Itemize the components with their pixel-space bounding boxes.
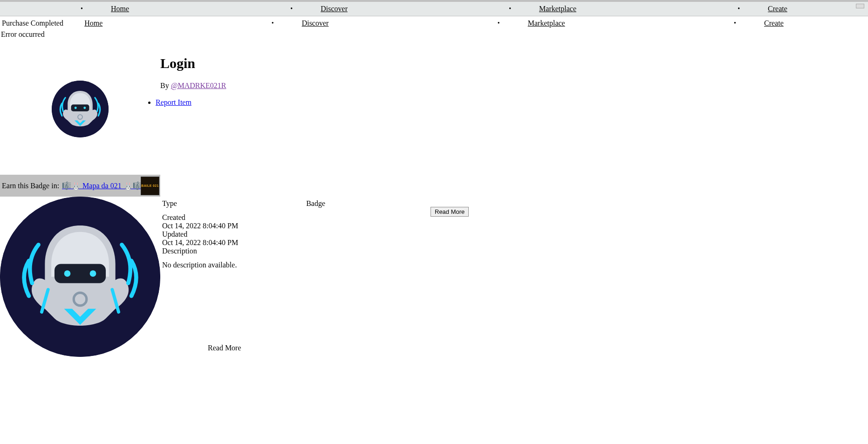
item-thumbnail-small: [52, 81, 109, 137]
secondary-nav-bar: Purchase Completed Home • Discover • Mar…: [0, 16, 868, 30]
meta-description-value: No description available.: [162, 261, 325, 269]
nav-discover[interactable]: Discover: [321, 5, 348, 13]
bullet-icon: •: [509, 5, 511, 13]
earn-prefix: Earn this Badge in:: [2, 182, 59, 190]
meta-description-label: Description: [162, 247, 325, 255]
nav2-marketplace[interactable]: Marketplace: [528, 19, 565, 27]
bullet-icon: •: [498, 20, 500, 27]
bullet-icon: •: [81, 5, 83, 13]
meta-updated-label: Updated: [162, 230, 325, 239]
status-error: Error occurred: [0, 30, 868, 39]
game-thumbnail-icon[interactable]: BAILE 021: [141, 177, 159, 195]
primary-nav-bar: • Home • Discover • Marketplace • Create: [0, 0, 868, 16]
bullet-icon: •: [290, 5, 293, 13]
read-more-button[interactable]: Read More: [431, 207, 469, 217]
item-title: Login: [160, 55, 226, 71]
status-purchase: Purchase Completed: [1, 19, 63, 27]
svg-point-2: [75, 107, 77, 109]
report-item-link[interactable]: Report Item: [156, 98, 191, 106]
window-control-icon[interactable]: [856, 4, 864, 8]
ninja-avatar-icon: [0, 197, 160, 357]
svg-rect-6: [55, 264, 106, 283]
game-thumbnail-text: BAILE 021: [141, 184, 158, 187]
meta-created-value: Oct 14, 2022 8:04:40 PM: [162, 222, 325, 230]
ninja-avatar-icon: [52, 81, 109, 137]
read-more-text: Read More: [208, 344, 325, 352]
by-prefix: By: [160, 82, 171, 89]
nav2-create[interactable]: Create: [764, 19, 784, 27]
nav2-home[interactable]: Home: [84, 19, 103, 27]
bullet-icon: •: [272, 20, 274, 27]
nav-create[interactable]: Create: [768, 5, 787, 13]
svg-point-3: [83, 107, 86, 109]
svg-point-8: [90, 270, 96, 277]
nav2-discover[interactable]: Discover: [302, 19, 329, 27]
author-link[interactable]: @MADRKE021R: [171, 82, 226, 89]
meta-updated-value: Oct 14, 2022 8:04:40 PM: [162, 239, 325, 247]
nav-marketplace[interactable]: Marketplace: [539, 5, 576, 13]
meta-type-value: Badge: [306, 199, 325, 208]
svg-rect-1: [71, 104, 89, 111]
item-thumbnail-large: [0, 197, 160, 357]
svg-point-7: [64, 270, 71, 277]
earn-game-link[interactable]: 🎼🐰 Mapa da 021 🐰🎼: [62, 181, 142, 190]
meta-type-label: Type: [162, 199, 177, 208]
bullet-icon: •: [734, 20, 736, 27]
bullet-icon: •: [738, 5, 740, 13]
earn-badge-banner: Earn this Badge in: 🎼🐰 Mapa da 021 🐰🎼 BA…: [0, 175, 160, 197]
meta-created-label: Created: [162, 213, 325, 222]
nav-home[interactable]: Home: [111, 5, 129, 13]
